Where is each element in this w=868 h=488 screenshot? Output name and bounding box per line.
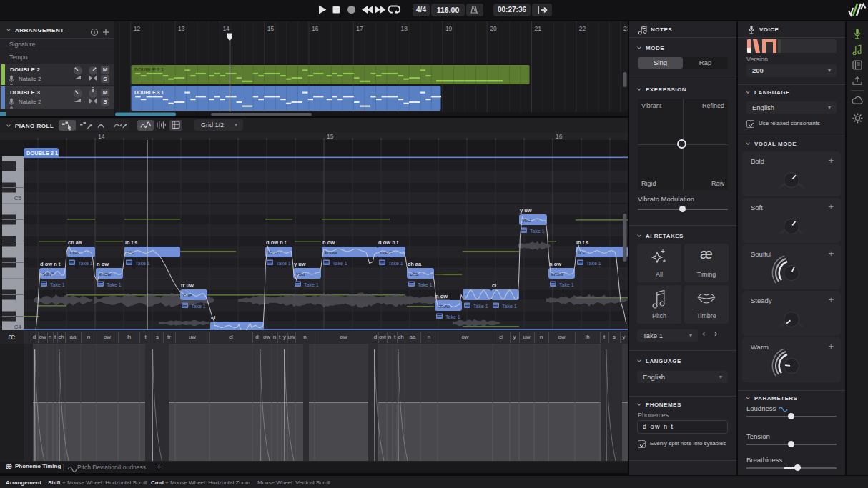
svg-text:Take 1: Take 1 [559, 282, 574, 287]
svg-text:20: 20 [490, 25, 497, 32]
svg-text:Take 1: Take 1 [191, 304, 206, 309]
svg-text:i: i [92, 86, 94, 94]
svg-text:Take 1: Take 1 [473, 304, 488, 309]
svg-text:d ow n t: d ow n t [266, 239, 287, 246]
svg-text:ch aa: ch aa [408, 261, 422, 267]
svg-text:Take 1: Take 1 [502, 304, 517, 309]
svg-text:C5: C5 [14, 195, 22, 201]
svg-text:Take 1: Take 1 [388, 261, 403, 266]
svg-text:17: 17 [356, 25, 363, 32]
svg-text:know: know [99, 271, 112, 277]
svg-text:Take 1: Take 1 [50, 282, 65, 287]
svg-text:d ow n t: d ow n t [378, 239, 399, 246]
svg-text:cl: cl [492, 282, 496, 289]
svg-text:y uw: y uw [294, 261, 306, 267]
svg-text:know: know [551, 271, 564, 277]
svg-text:Take 1: Take 1 [418, 282, 433, 287]
svg-text:ch aa: ch aa [68, 239, 82, 246]
svg-text:tr uw: tr uw [181, 282, 194, 289]
svg-text:C4: C4 [14, 324, 22, 330]
svg-text:Don't: Don't [268, 249, 281, 256]
svg-text:DOUBLE 3 1: DOUBLE 3 1 [134, 90, 164, 95]
svg-text:22: 22 [579, 25, 586, 32]
svg-text:DOUBLE 3 1: DOUBLE 3 1 [26, 150, 58, 156]
svg-text:y uw: y uw [520, 207, 532, 214]
svg-text:14: 14 [222, 25, 230, 32]
svg-text:Take 1: Take 1 [276, 261, 291, 266]
svg-text:it's: it's [578, 249, 585, 256]
svg-text:Take 1: Take 1 [135, 261, 150, 266]
svg-text:15: 15 [267, 25, 275, 32]
svg-text:Take 1: Take 1 [530, 229, 545, 234]
svg-text:ih t s: ih t s [576, 239, 589, 246]
svg-text:16: 16 [312, 25, 319, 32]
svg-text:Take 1: Take 1 [107, 282, 122, 287]
svg-text:n ow: n ow [549, 261, 561, 267]
svg-text:Take 1: Take 1 [586, 261, 601, 266]
svg-text:18: 18 [401, 25, 408, 32]
svg-text:d ow n t: d ow n t [40, 261, 61, 267]
svg-text:n ow: n ow [322, 239, 335, 246]
svg-text:n ow: n ow [97, 261, 109, 267]
svg-text:DOUBLE 2 1: DOUBLE 2 1 [134, 67, 164, 72]
svg-text:n ow: n ow [435, 293, 448, 299]
svg-text:21: 21 [535, 25, 542, 32]
svg-text:Take 1: Take 1 [78, 261, 93, 266]
svg-text:Take 1: Take 1 [304, 282, 319, 287]
svg-text:23: 23 [623, 25, 628, 32]
svg-text:19: 19 [445, 25, 453, 32]
svg-text:Take 1: Take 1 [445, 314, 460, 319]
svg-text:ih t s: ih t s [125, 239, 138, 246]
svg-text:13: 13 [178, 25, 185, 32]
svg-text:Take 1: Take 1 [332, 261, 347, 266]
svg-text:12: 12 [134, 25, 141, 32]
